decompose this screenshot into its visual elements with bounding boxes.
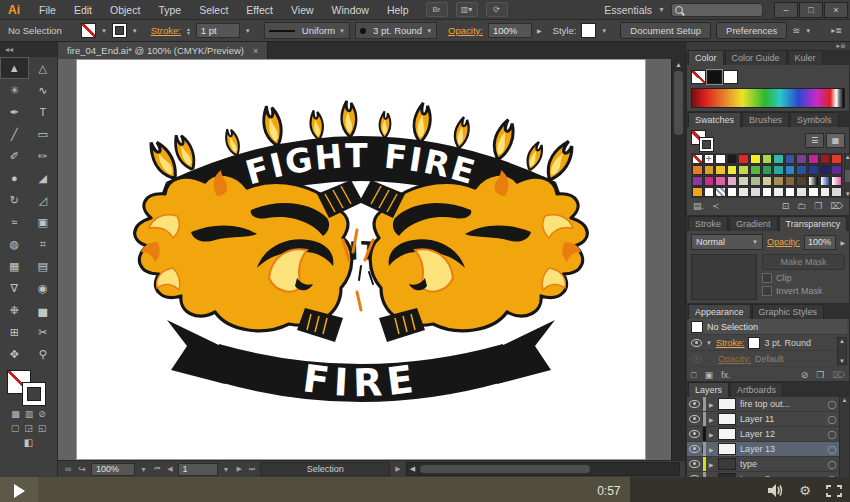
vertical-scroll-thumb[interactable] (674, 71, 683, 135)
swatch-options-icon[interactable]: ⊡ (782, 201, 790, 211)
target-circle-icon[interactable]: ◯ (825, 415, 839, 424)
swatch[interactable] (727, 165, 738, 175)
appearance-stroke-row[interactable]: ▼ Stroke: 3 pt. Round (689, 335, 847, 351)
swatch[interactable] (738, 187, 749, 197)
vertical-scrollbar[interactable]: ▲ (671, 59, 685, 460)
invert-mask-checkbox[interactable]: Invert Mask (762, 286, 845, 296)
blend-mode-dropdown[interactable]: Normal▼ (691, 234, 763, 250)
line-segment-tool[interactable]: ╱ (0, 123, 29, 145)
direct-selection-tool[interactable]: △ (29, 57, 58, 79)
swatch[interactable] (831, 154, 842, 164)
panel-tab[interactable]: Color (688, 50, 724, 65)
collapse-dock-icon[interactable]: ▸≣ (837, 42, 846, 50)
zoom-caret-icon[interactable]: ▼ (138, 466, 149, 473)
menu-item[interactable]: Window (323, 4, 378, 16)
swatch[interactable] (820, 176, 831, 186)
artboard-tool[interactable]: ⊞ (0, 321, 29, 343)
visibility-eye-icon[interactable] (687, 415, 703, 423)
arrange-documents-icon[interactable]: ▥▾ (456, 2, 478, 17)
swatch[interactable] (704, 165, 715, 175)
layer-name[interactable]: type (740, 459, 825, 469)
minimize-button[interactable]: – (774, 2, 798, 18)
layer-name[interactable]: Layer 13 (740, 444, 825, 454)
add-effect-icon[interactable]: fx. (721, 370, 731, 380)
swatch[interactable] (692, 154, 703, 164)
delete-swatch-icon[interactable]: ⌦ (830, 201, 843, 211)
mesh-tool[interactable]: ▦ (0, 255, 29, 277)
swatch[interactable] (692, 187, 703, 197)
swatch[interactable] (785, 165, 796, 175)
symbol-sprayer-tool[interactable]: ❉ (0, 299, 29, 321)
visibility-eye-icon[interactable] (687, 430, 703, 438)
selection-tool[interactable]: ▲ (0, 57, 29, 79)
swatch[interactable] (773, 176, 784, 186)
swatch[interactable] (715, 154, 726, 164)
layer-row[interactable]: ▶ Layer 11 ◯ (687, 412, 839, 427)
transparency-opacity-field[interactable]: 100% (804, 235, 836, 250)
swatch[interactable] (785, 176, 796, 186)
layer-row[interactable]: ▶ fire top out... ◯ (687, 397, 839, 412)
column-graph-tool[interactable]: ▅ (29, 299, 58, 321)
expand-triangle-icon[interactable]: ▶ (709, 461, 718, 468)
menu-item[interactable]: Type (149, 4, 190, 16)
rotate-tool[interactable]: ↻ (0, 189, 29, 211)
clip-checkbox[interactable]: Clip (762, 273, 845, 283)
menu-item[interactable]: View (282, 4, 323, 16)
video-progress[interactable]: 0:57 (0, 477, 630, 502)
expand-triangle-icon[interactable]: ▶ (709, 401, 718, 408)
style-swatch[interactable] (581, 23, 596, 38)
brush-definition-dropdown[interactable]: 3 pt. Round▼ (355, 22, 437, 39)
visibility-eye-icon[interactable] (687, 460, 703, 468)
panel-tab[interactable]: Stroke (688, 216, 728, 231)
menu-item[interactable]: Edit (65, 4, 101, 16)
color-black-swatch[interactable] (707, 70, 722, 84)
document-tab[interactable]: fire_04_End.ai* @ 100% (CMYK/Preview) × (58, 42, 268, 59)
swatch[interactable] (762, 154, 773, 164)
width-profile-dropdown[interactable]: Uniform▼ (264, 22, 350, 39)
stroke-swatch[interactable] (22, 382, 46, 406)
horizontal-scrollbar[interactable]: ◀ (406, 462, 680, 476)
swatch[interactable] (750, 187, 761, 197)
swatch[interactable] (704, 154, 715, 164)
blob-brush-tool[interactable]: ● (0, 167, 29, 189)
zoom-tool[interactable]: ⚲ (29, 343, 58, 365)
swatch[interactable] (692, 176, 703, 186)
swatch[interactable] (796, 176, 807, 186)
panel-tab[interactable]: Graphic Styles (752, 304, 825, 319)
magic-wand-tool[interactable]: ✳ (0, 79, 29, 101)
swatch[interactable] (704, 176, 715, 186)
swatch[interactable] (762, 176, 773, 186)
target-circle-icon[interactable]: ◯ (825, 430, 839, 439)
panel-tab[interactable]: Transparency (779, 216, 848, 231)
transparency-opacity-label[interactable]: Opacity: (767, 237, 800, 247)
swatch-libraries-icon[interactable]: ▤. (693, 201, 704, 211)
close-button[interactable]: × (824, 2, 848, 18)
layer-row[interactable]: ▶ type ◯ (687, 457, 839, 472)
canvas[interactable]: FIGHT FIRE WITH (58, 59, 685, 460)
layer-name[interactable]: Layer 12 (740, 429, 825, 439)
swatch[interactable] (808, 154, 819, 164)
volume-icon[interactable] (768, 484, 784, 497)
stroke-weight-field[interactable]: 1 pt (196, 23, 240, 38)
collapse-control-panel-icon[interactable]: ▸≣ (831, 26, 842, 35)
delete-item-icon[interactable]: ⌦ (832, 370, 845, 380)
swatch[interactable] (831, 176, 842, 186)
screen-mode-icon[interactable]: ◧ (24, 437, 33, 453)
duplicate-item-icon[interactable]: ❐ (816, 370, 824, 380)
draw-normal-icon[interactable]: ▢ (11, 423, 20, 437)
free-transform-tool[interactable]: ▣ (29, 211, 58, 233)
blend-tool[interactable]: ◉ (29, 277, 58, 299)
panel-tab[interactable]: Artboards (730, 382, 783, 397)
swatch[interactable] (715, 187, 726, 197)
scale-tool[interactable]: ◿ (29, 189, 58, 211)
document-setup-button[interactable]: Document Setup (620, 22, 711, 39)
new-color-group-icon[interactable]: 🗀 (797, 201, 806, 211)
swatch[interactable] (762, 187, 773, 197)
scroll-up-icon[interactable]: ▲ (675, 59, 682, 70)
share-hand-icon[interactable]: ⟳ (486, 2, 508, 17)
gradient-tool[interactable]: ▤ (29, 255, 58, 277)
swatch[interactable] (785, 187, 796, 197)
layer-row[interactable]: ▶ Layer 12 ◯ (687, 427, 839, 442)
prev-artboard-icon[interactable]: ◀ (165, 465, 174, 473)
shape-builder-tool[interactable]: ◍ (0, 233, 29, 255)
